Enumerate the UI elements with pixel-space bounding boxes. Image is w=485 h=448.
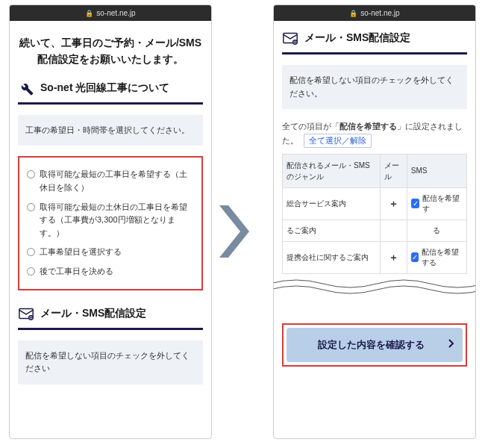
instruction-banner: 配信を希望しない項目のチェックを外してください	[18, 340, 203, 385]
section-title: メール・SMS配信設定	[40, 307, 146, 320]
mail-settings-icon	[18, 305, 34, 322]
highlighted-options: 取得可能な最短の工事日を希望する（土休日を除く） 取得可能な最短の土休日の工事日…	[18, 156, 203, 290]
radio-option[interactable]: 取得可能な最短の工事日を希望する（土休日を除く）	[25, 165, 195, 197]
th-mail: メール	[380, 154, 407, 187]
expand-icon[interactable]: ＋	[380, 241, 407, 273]
transition-arrow-icon	[219, 205, 249, 258]
checkbox-checked-icon[interactable]: ✓	[411, 199, 420, 208]
highlighted-confirm: 設定した内容を確認する	[282, 323, 467, 367]
radio-icon	[27, 170, 35, 178]
radio-option[interactable]: 工事希望日を選択する	[25, 243, 195, 262]
expand-icon[interactable]: ＋	[380, 187, 407, 220]
instruction-banner: 工事の希望日・時間帯を選択してください。	[18, 115, 203, 146]
checkbox-checked-icon[interactable]: ✓	[411, 252, 419, 262]
table-row: 提携会社に関するご案内 ＋ ✓配信を希望する	[283, 241, 467, 273]
url-bar: so-net.ne.jp	[10, 5, 211, 21]
radio-icon	[27, 248, 35, 256]
th-sms: SMS	[407, 154, 466, 187]
section-title: So-net 光回線工事について	[40, 81, 169, 95]
subscription-table: 配信されるメール・SMSのジャンル メール SMS 総合サービス案内 ＋ ✓配信…	[282, 154, 467, 274]
section-header-mail: メール・SMS配信設定	[282, 30, 467, 55]
table-row: 総合サービス案内 ＋ ✓配信を希望す	[283, 187, 467, 220]
mail-settings-icon	[282, 30, 298, 46]
select-all-toggle[interactable]: 全て選択／解除	[304, 134, 372, 148]
wrench-icon	[18, 80, 34, 96]
page-heading: 続いて、工事日のご予約・メール/SMS配信設定をお願いいたします。	[18, 34, 203, 68]
confirm-button[interactable]: 設定した内容を確認する	[287, 328, 463, 362]
section-title: メール・SMS配信設定	[304, 31, 410, 45]
instruction-banner: 配信を希望しない項目のチェックを外してください。	[282, 65, 467, 109]
radio-icon	[27, 267, 35, 276]
radio-option[interactable]: 後で工事日を決める	[25, 262, 195, 281]
phone-screen-left: so-net.ne.jp 続いて、工事日のご予約・メール/SMS配信設定をお願い…	[9, 4, 212, 439]
radio-option[interactable]: 取得可能な最短の土休日の工事日を希望する（工事費が3,300円増額となります。）	[25, 198, 195, 243]
radio-icon	[27, 203, 35, 211]
phone-screen-right: so-net.ne.jp メール・SMS配信設定 配信を希望しない項目のチェック…	[273, 4, 476, 439]
chevron-right-icon	[448, 338, 455, 351]
url-bar: so-net.ne.jp	[274, 5, 475, 21]
status-text: 全ての項目が「配信を希望する」に設定されました。 全て選択／解除	[282, 119, 467, 148]
section-header-construction: So-net 光回線工事について	[18, 80, 203, 105]
section-header-mail: メール・SMS配信設定	[18, 305, 203, 330]
table-row: るご案内 る	[283, 220, 467, 241]
th-genre: 配信されるメール・SMSのジャンル	[283, 154, 381, 187]
